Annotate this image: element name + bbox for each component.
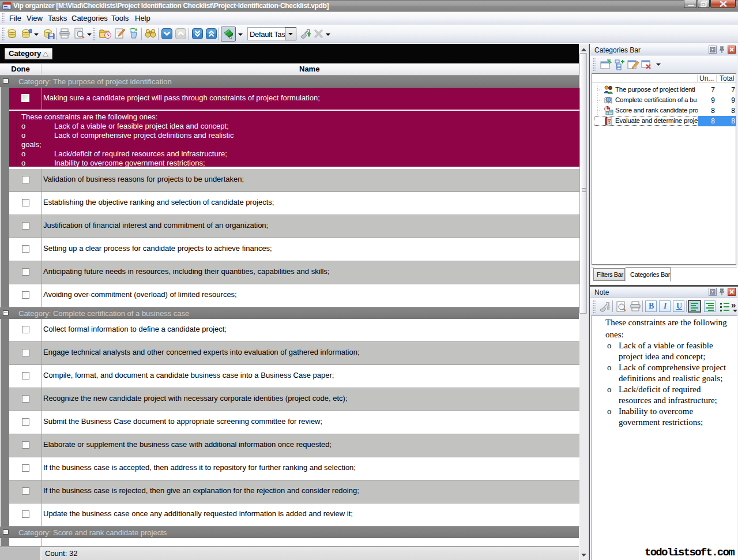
svg-text:5: 5 <box>608 121 611 125</box>
